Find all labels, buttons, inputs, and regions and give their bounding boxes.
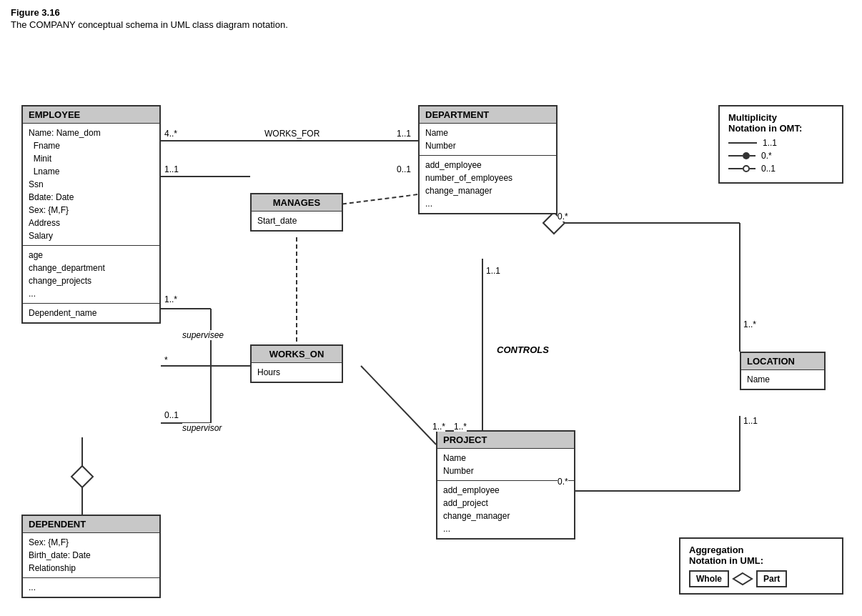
dept-location-mult: 0.* xyxy=(558,212,568,222)
works-on-header: WORKS_ON xyxy=(252,346,342,363)
manages-emp-mult: 1..1 xyxy=(164,164,179,174)
dependent-section2: ... xyxy=(23,578,159,597)
notation-line-circle xyxy=(728,165,756,172)
line-part-2b xyxy=(750,155,756,157)
filled-dot xyxy=(743,152,750,159)
project-class: PROJECT Name Number add_employee add_pro… xyxy=(436,430,575,540)
employee-class: EMPLOYEE Name: Name_dom Fname Minit Lnam… xyxy=(21,105,161,324)
svg-marker-17 xyxy=(71,466,93,487)
location-section1: Name xyxy=(741,370,824,389)
controls-label: CONTROLS xyxy=(497,344,549,355)
svg-line-8 xyxy=(361,366,436,444)
location-class: LOCATION Name xyxy=(740,352,826,390)
svg-marker-20 xyxy=(733,573,752,585)
employee-section2: age change_department change_projects ..… xyxy=(23,246,159,304)
manages-body: Start_date xyxy=(252,212,342,230)
department-class: DEPARTMENT Name Number add_employee numb… xyxy=(418,105,558,214)
supervises-top-mult: 1..* xyxy=(164,294,177,304)
project-section1: Name Number xyxy=(437,449,574,481)
figure-title: Figure 3.16 xyxy=(11,7,851,18)
department-section1: Name Number xyxy=(420,124,556,156)
line-part-3a xyxy=(728,168,743,169)
dependent-section1: Sex: {M,F} Birth_date: Date Relationship xyxy=(23,533,159,578)
department-header: DEPARTMENT xyxy=(420,106,556,124)
part-box: Part xyxy=(756,570,787,587)
notation-row-3: 0..1 xyxy=(728,164,833,174)
dependent-class: DEPENDENT Sex: {M,F} Birth_date: Date Re… xyxy=(21,515,161,598)
works-on-box: WORKS_ON Hours xyxy=(250,344,343,383)
line-part-2a xyxy=(728,155,743,157)
location-loc-mult: 1..1 xyxy=(743,416,758,426)
employee-section1: Name: Name_dom Fname Minit Lname Ssn Bda… xyxy=(23,124,159,246)
controls-dept-mult: 1..1 xyxy=(486,266,500,276)
dependent-header: DEPENDENT xyxy=(23,516,159,533)
location-header: LOCATION xyxy=(741,353,824,370)
works-on-body: Hours xyxy=(252,363,342,382)
controls-proj-mult: 1..* xyxy=(454,422,467,432)
notation-line-1 xyxy=(728,142,757,144)
aggregation-notation-box: Aggregation Notation in UML: Whole Part xyxy=(679,537,843,595)
works-on-emp-mult: * xyxy=(164,355,168,365)
notation-value-2: 0.* xyxy=(761,151,772,161)
supervises-bottom-mult: 0..1 xyxy=(164,410,179,420)
project-header: PROJECT xyxy=(437,432,574,449)
diagram-area: EMPLOYEE Name: Name_dom Fname Minit Lnam… xyxy=(11,37,854,602)
employee-header: EMPLOYEE xyxy=(23,106,159,124)
notation-line-dot xyxy=(728,152,756,159)
manages-header: MANAGES xyxy=(252,194,342,212)
location-dept-mult: 1..* xyxy=(743,319,756,329)
figure-caption: The COMPANY conceptual schema in UML cla… xyxy=(11,19,851,30)
whole-box: Whole xyxy=(689,570,729,587)
department-section2: add_employee number_of_employees change_… xyxy=(420,156,556,213)
notation-title: Multiplicity Notation in OMT: xyxy=(728,112,833,134)
works-for-label: WORKS_FOR xyxy=(264,129,319,139)
works-on-proj-mult: 1..* xyxy=(432,422,445,432)
works-for-left-mult: 4..* xyxy=(164,129,177,139)
manages-dept-mult: 0..1 xyxy=(397,164,411,174)
agg-row: Whole Part xyxy=(689,570,833,587)
notation-value-3: 0..1 xyxy=(761,164,776,174)
supervisor-label: supervisor xyxy=(182,423,222,433)
manages-box: MANAGES Start_date xyxy=(250,193,343,232)
multiplicity-notation-box: Multiplicity Notation in OMT: 1..1 0.* 0… xyxy=(718,105,843,184)
notation-row-2: 0.* xyxy=(728,151,833,161)
agg-title: Aggregation Notation in UML: xyxy=(689,545,833,566)
employee-section3: Dependent_name xyxy=(23,304,159,322)
agg-diamond-icon xyxy=(732,572,753,586)
open-circle xyxy=(743,165,750,172)
proj-location-mult: 0.* xyxy=(558,477,568,487)
project-section2: add_employee add_project change_manager … xyxy=(437,481,574,538)
line-part-3b xyxy=(750,168,756,169)
supervisee-label: supervisee xyxy=(182,330,224,340)
works-for-right-mult: 1..1 xyxy=(397,129,411,139)
notation-row-1: 1..1 xyxy=(728,138,833,148)
notation-value-1: 1..1 xyxy=(763,138,777,148)
